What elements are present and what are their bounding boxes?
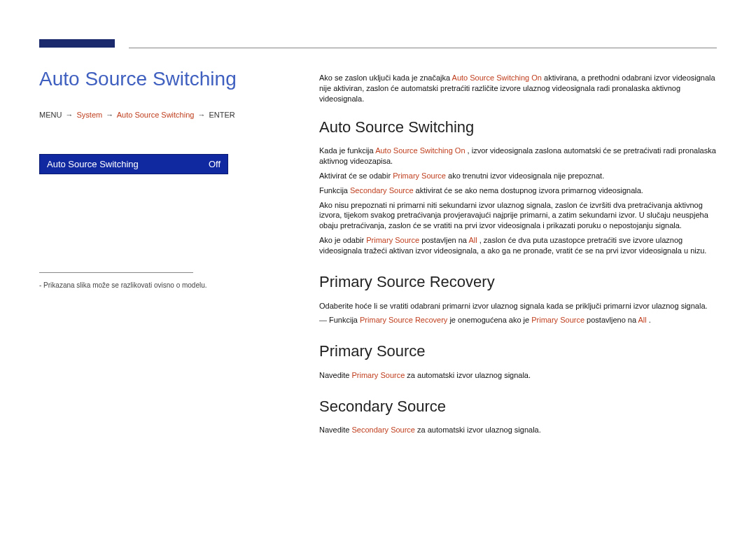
text: postavljen na [421,236,468,244]
text: Ako je odabir [319,236,366,244]
text: ako trenutni izvor videosignala nije pre… [448,171,604,180]
text: Ako se zaslon uključi kada je značajka [319,73,452,82]
text: . [649,316,651,324]
osd-menu-label: Auto Source Switching [47,159,139,169]
header-accent-bar [39,39,115,48]
emphasis: Primary Source [366,236,419,244]
text: Funkcija [329,316,360,324]
body-paragraph: Odaberite hoće li se vratiti odabrani pr… [319,301,718,311]
breadcrumb-step: MENU [39,111,62,119]
section-heading: Secondary Source [319,396,718,417]
text: Funkcija [319,186,350,195]
left-divider [39,272,193,273]
intro-paragraph: Ako se zaslon uključi kada je značajka A… [319,73,718,104]
emphasis: Secondary Source [351,426,415,434]
body-paragraph: Navedite Secondary Source za automatski … [319,425,718,435]
osd-menu-item[interactable]: Auto Source Switching Off [39,154,228,174]
text: aktivirat će se ako nema dostupnog izvor… [416,186,643,195]
body-paragraph: Ako je odabir Primary Source postavljen … [319,235,718,256]
breadcrumb-sep: → [65,111,73,119]
osd-menu-value: Off [209,159,220,169]
section-heading: Primary Source Recovery [319,272,718,293]
breadcrumb-step: System [77,111,103,119]
body-paragraph: Aktivirat će se odabir Primary Source ak… [319,171,718,181]
body-paragraph: Ako nisu prepoznati ni primarni niti sek… [319,200,718,232]
breadcrumb-sep: → [197,111,205,119]
text: je onemogućena ako je [449,316,531,324]
emphasis: Primary Source [351,371,405,379]
text: postavljeno na [587,316,638,324]
footnote: Funkcija Primary Source Recovery je onem… [319,315,718,325]
emphasis: Auto Source Switching On [452,73,542,82]
emphasis: Primary Source Recovery [360,316,447,324]
text: Kada je funkcija [319,146,375,155]
breadcrumb-step: Auto Source Switching [117,111,195,119]
breadcrumb-sep: → [106,111,113,119]
emphasis: Auto Source Switching On [375,146,465,155]
text: Aktivirat će se odabir [319,171,393,180]
breadcrumb: MENU → System → Auto Source Switching → … [39,111,270,119]
left-note: - Prikazana slika može se razlikovati ov… [39,281,270,289]
left-column: Auto Source Switching MENU → System → Au… [39,67,270,289]
breadcrumb-step: ENTER [209,111,235,119]
text: Navedite [319,371,351,379]
section-heading: Auto Source Switching [319,117,718,138]
section-heading: Primary Source [319,341,718,362]
emphasis: All [468,236,477,244]
header-rule [129,48,717,48]
body-paragraph: Kada je funkcija Auto Source Switching O… [319,146,718,167]
page-title: Auto Source Switching [39,67,270,91]
body-paragraph: Navedite Primary Source za automatski iz… [319,370,718,381]
text: Navedite [319,426,351,434]
text: za automatski izvor ulaznog signala. [417,426,541,434]
emphasis: All [638,316,646,324]
right-column: Ako se zaslon uključi kada je značajka A… [319,73,718,440]
emphasis: Secondary Source [350,186,414,195]
text: za automatski izvor ulaznog signala. [407,371,531,379]
body-paragraph: Funkcija Secondary Source aktivirat će s… [319,185,718,196]
emphasis: Primary Source [531,316,584,324]
emphasis: Primary Source [393,171,446,180]
